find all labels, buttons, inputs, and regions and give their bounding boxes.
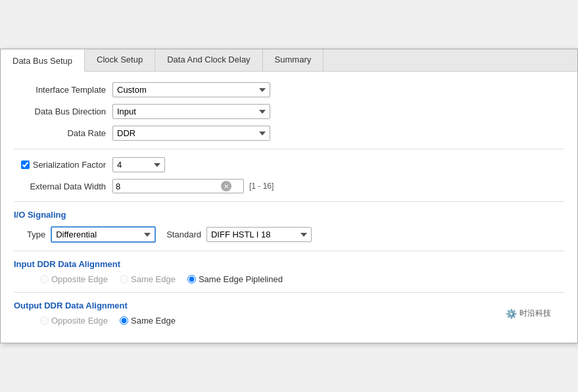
io-standard-label: Standard bbox=[166, 230, 201, 239]
input-ddr-same-edge-pipelined[interactable]: Same Edge Piplelined bbox=[187, 274, 283, 284]
tab-clock-setup[interactable]: Clock Setup bbox=[85, 49, 155, 71]
io-signaling-row: Type Differential Standard DIFF HSTL I 1… bbox=[27, 226, 564, 243]
input-ddr-radio-group: Opposite Edge Same Edge Same Edge Piplel… bbox=[40, 274, 564, 284]
external-data-width-label: External Data Width bbox=[14, 182, 112, 191]
divider-3 bbox=[14, 251, 564, 251]
watermark-text: 时沿科技 bbox=[519, 308, 551, 319]
divider-1 bbox=[14, 149, 564, 149]
serialization-factor-checkbox[interactable] bbox=[21, 160, 30, 169]
tab-data-bus-setup[interactable]: Data Bus Setup bbox=[1, 49, 85, 72]
data-rate-row: Data Rate DDR bbox=[14, 126, 564, 141]
content-area: Interface Template Custom Data Bus Direc… bbox=[1, 72, 577, 343]
input-ddr-opposite-edge-label: Opposite Edge bbox=[51, 274, 108, 284]
interface-template-select[interactable]: Custom bbox=[112, 82, 270, 97]
data-bus-direction-select[interactable]: Input bbox=[112, 104, 270, 119]
watermark: ⚙️ 时沿科技 bbox=[506, 308, 551, 319]
input-ddr-same-edge[interactable]: Same Edge bbox=[120, 274, 176, 284]
data-bus-direction-label: Data Bus Direction bbox=[14, 107, 112, 116]
input-ddr-title: Input DDR Data Alignment bbox=[14, 259, 564, 269]
watermark-icon: ⚙️ bbox=[506, 308, 517, 319]
output-ddr-title: Output DDR Data Alignment bbox=[14, 301, 564, 310]
io-type-select[interactable]: Differential bbox=[51, 226, 156, 243]
divider-2 bbox=[14, 201, 564, 202]
output-ddr-same-edge-label: Same Edge bbox=[131, 316, 176, 326]
io-signaling-title: I/O Signaling bbox=[14, 210, 564, 220]
data-bus-direction-row: Data Bus Direction Input bbox=[14, 104, 564, 119]
tab-summary[interactable]: Summary bbox=[263, 49, 324, 71]
io-type-label: Type bbox=[27, 230, 45, 239]
interface-template-label: Interface Template bbox=[14, 85, 112, 95]
serialization-factor-label: Serialization Factor bbox=[33, 160, 106, 170]
main-window: Data Bus Setup Clock Setup Data And Cloc… bbox=[0, 49, 578, 343]
output-ddr-radio-group: Opposite Edge Same Edge bbox=[40, 316, 564, 326]
output-ddr-section: Output DDR Data Alignment Opposite Edge … bbox=[14, 301, 564, 326]
external-data-width-row: External Data Width ✕ [1 - 16] bbox=[14, 179, 564, 193]
data-rate-label: Data Rate bbox=[14, 128, 112, 138]
interface-template-row: Interface Template Custom bbox=[14, 82, 564, 97]
serialization-factor-label-wrap: Serialization Factor bbox=[14, 160, 112, 170]
external-data-width-input-wrap: ✕ bbox=[112, 179, 244, 193]
output-ddr-opposite-edge-label: Opposite Edge bbox=[51, 316, 108, 326]
input-ddr-same-edge-pipelined-label: Same Edge Piplelined bbox=[199, 274, 283, 284]
input-ddr-same-edge-label: Same Edge bbox=[131, 274, 176, 284]
divider-4 bbox=[14, 292, 564, 293]
data-rate-select[interactable]: DDR bbox=[112, 126, 270, 141]
clear-icon[interactable]: ✕ bbox=[221, 181, 231, 191]
input-ddr-opposite-edge[interactable]: Opposite Edge bbox=[40, 274, 108, 284]
serialization-factor-select[interactable]: 4 bbox=[112, 157, 165, 172]
output-ddr-same-edge[interactable]: Same Edge bbox=[120, 316, 176, 326]
tab-data-clock-delay[interactable]: Data And Clock Delay bbox=[155, 49, 262, 71]
io-standard-select[interactable]: DIFF HSTL I 18 bbox=[206, 227, 312, 242]
output-ddr-opposite-edge[interactable]: Opposite Edge bbox=[40, 316, 108, 326]
external-data-width-input[interactable] bbox=[116, 182, 221, 191]
serialization-factor-row: Serialization Factor 4 bbox=[14, 157, 564, 172]
external-data-width-range: [1 - 16] bbox=[249, 182, 274, 191]
tab-bar: Data Bus Setup Clock Setup Data And Cloc… bbox=[1, 49, 577, 72]
